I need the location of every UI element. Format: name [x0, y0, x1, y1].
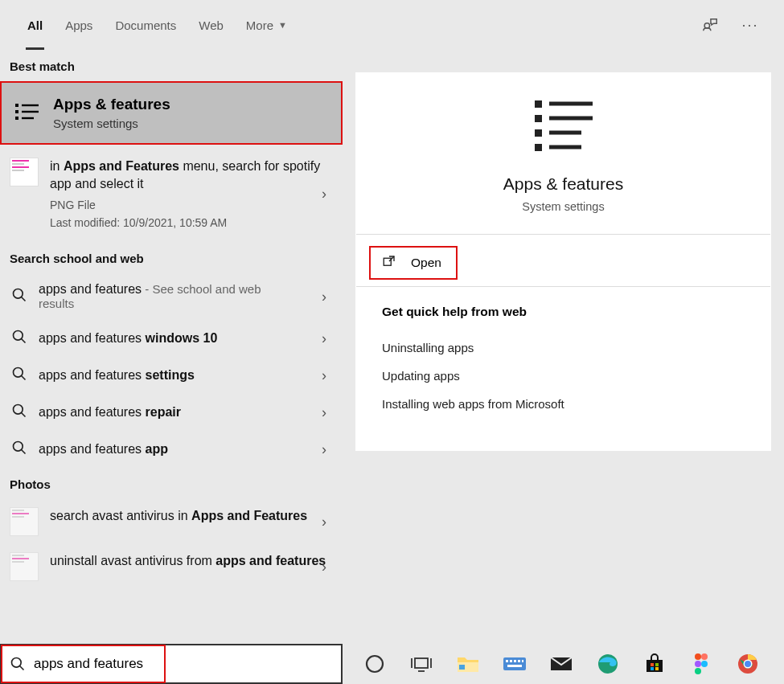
tab-web[interactable]: Web [187, 12, 235, 39]
search-icon [11, 287, 27, 306]
apps-features-list-icon [13, 99, 42, 128]
web-suggestion-2[interactable]: apps and features settings › [0, 357, 343, 394]
photo-result-0[interactable]: search avast antivirus in Apps and Featu… [0, 499, 343, 544]
open-external-icon [382, 254, 396, 272]
chevron-right-icon: › [322, 404, 326, 421]
search-results-panel: Best match Apps & features System settin… [0, 50, 343, 644]
search-icon [11, 403, 27, 422]
svg-rect-35 [503, 657, 526, 670]
search-input[interactable] [34, 653, 341, 675]
mail-icon[interactable] [547, 649, 576, 678]
svg-point-15 [14, 442, 23, 452]
chevron-right-icon: › [322, 559, 326, 575]
svg-point-7 [14, 289, 23, 299]
svg-rect-34 [459, 665, 465, 670]
svg-rect-39 [518, 660, 520, 662]
group-best-match: Best match [0, 50, 343, 81]
svg-line-27 [20, 666, 24, 670]
on-screen-keyboard-icon[interactable] [500, 649, 529, 678]
search-icon [11, 329, 27, 348]
best-match-result[interactable]: Apps & features System settings [0, 81, 343, 145]
svg-rect-1 [15, 104, 18, 107]
svg-rect-49 [655, 667, 659, 670]
svg-point-54 [695, 668, 701, 674]
svg-point-51 [701, 653, 708, 660]
help-link-updating[interactable]: Updating apps [382, 362, 748, 390]
chrome-icon[interactable] [733, 649, 762, 678]
search-icon [11, 440, 27, 459]
svg-rect-38 [514, 660, 516, 662]
help-link-installing-web-apps[interactable]: Installing web apps from Microsoft [382, 390, 748, 418]
cortana-icon[interactable] [360, 649, 389, 678]
tab-documents[interactable]: Documents [104, 12, 187, 39]
open-label: Open [411, 256, 441, 270]
photo-thumbnail-icon [10, 507, 39, 536]
apps-features-large-icon [530, 96, 597, 157]
web-suggestion-1[interactable]: apps and features windows 10 › [0, 320, 343, 357]
preview-subtitle: System settings [522, 200, 604, 213]
search-icon [11, 366, 27, 385]
tab-more-label: More [246, 18, 273, 32]
suggestion-text: apps and features - See school and web r… [39, 282, 280, 311]
suggestion-text: apps and features settings [39, 368, 195, 383]
chevron-down-icon: ▼ [278, 20, 287, 30]
svg-rect-37 [510, 660, 512, 662]
svg-rect-3 [15, 117, 18, 120]
file-explorer-icon[interactable] [454, 649, 482, 678]
photo-result-1[interactable]: uninstall avast antivirus from apps and … [0, 544, 343, 589]
svg-line-12 [22, 376, 26, 380]
file-result[interactable]: in Apps and Features menu, search for sp… [0, 145, 343, 242]
svg-point-26 [12, 658, 22, 668]
svg-point-53 [701, 661, 708, 667]
tab-all[interactable]: All [16, 12, 54, 39]
svg-rect-36 [506, 660, 508, 662]
photo-thumbnail-icon [10, 552, 39, 581]
help-link-uninstalling[interactable]: Uninstalling apps [382, 334, 748, 362]
chevron-right-icon: › [322, 330, 326, 347]
search-icon [2, 656, 34, 672]
svg-line-8 [22, 297, 26, 301]
chevron-right-icon: › [322, 185, 326, 202]
quick-help-heading: Get quick help from web [382, 305, 748, 319]
file-result-type: PNG File [50, 199, 331, 211]
file-result-modified: Last modified: 10/9/2021, 10:59 AM [50, 216, 331, 229]
more-options-icon[interactable]: ··· [741, 15, 760, 35]
search-filter-tabs: All Apps Documents Web More ▼ ··· [0, 0, 784, 50]
svg-rect-18 [535, 115, 542, 122]
svg-point-58 [745, 661, 751, 667]
chevron-right-icon: › [322, 514, 326, 530]
open-action[interactable]: Open [369, 246, 458, 280]
tab-apps[interactable]: Apps [54, 12, 104, 39]
chevron-right-icon: › [322, 441, 326, 458]
svg-rect-19 [535, 129, 542, 137]
group-photos: Photos [0, 468, 343, 499]
web-suggestion-4[interactable]: apps and features app › [0, 431, 343, 468]
suggestion-text: apps and features app [39, 442, 168, 457]
preview-title: Apps & features [503, 174, 623, 194]
web-suggestion-0[interactable]: apps and features - See school and web r… [0, 273, 343, 320]
svg-point-28 [367, 656, 383, 672]
file-thumbnail-icon [10, 158, 39, 186]
suggestion-text: apps and features windows 10 [39, 331, 217, 346]
svg-point-13 [14, 405, 23, 415]
edge-icon[interactable] [593, 649, 622, 678]
photo-result-title: search avast antivirus in Apps and Featu… [50, 507, 331, 525]
microsoft-store-icon[interactable] [640, 649, 669, 678]
web-suggestion-3[interactable]: apps and features repair › [0, 394, 343, 431]
svg-line-10 [22, 339, 26, 343]
tab-more[interactable]: More ▼ [235, 12, 298, 39]
feedback-icon[interactable] [700, 15, 720, 35]
svg-rect-2 [15, 110, 18, 113]
svg-rect-29 [415, 658, 428, 668]
svg-line-14 [22, 413, 26, 417]
photo-result-title: uninstall avast antivirus from apps and … [50, 552, 331, 570]
file-result-title: in Apps and Features menu, search for sp… [50, 158, 331, 192]
task-view-icon[interactable] [407, 649, 436, 678]
svg-rect-25 [384, 258, 391, 265]
figma-icon[interactable] [687, 649, 716, 678]
svg-rect-48 [651, 667, 654, 670]
search-box-container[interactable] [0, 644, 343, 684]
svg-line-16 [22, 450, 26, 454]
svg-point-9 [14, 331, 23, 341]
best-match-subtitle: System settings [53, 117, 170, 130]
